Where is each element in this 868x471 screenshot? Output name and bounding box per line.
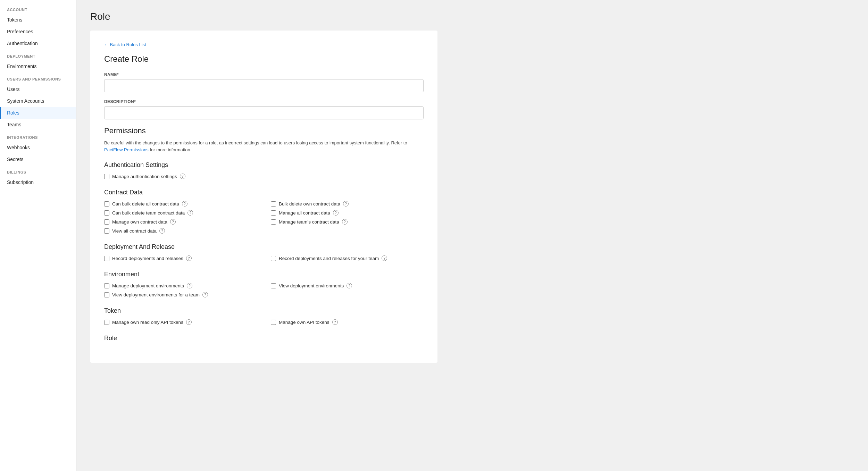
description-label: DESCRIPTION* xyxy=(104,99,424,104)
help-icon-view-deploy-envs[interactable]: ? xyxy=(347,283,352,288)
sidebar-section-account: ACCOUNT xyxy=(0,3,76,14)
help-icon-manage-teams-contract[interactable]: ? xyxy=(342,219,348,225)
sidebar-item-users[interactable]: Users xyxy=(0,83,76,95)
perm-checkbox-manage-auth-settings[interactable] xyxy=(104,174,109,179)
section-title-role: Role xyxy=(104,335,424,342)
sidebar-item-webhooks[interactable]: Webhooks xyxy=(0,142,76,153)
section-contract-data: Contract Data Can bulk delete all contra… xyxy=(104,189,424,234)
perm-checkbox-view-all-contract[interactable] xyxy=(104,228,109,234)
sidebar-item-preferences[interactable]: Preferences xyxy=(0,26,76,37)
section-auth-settings: Authentication Settings Manage authentic… xyxy=(104,161,424,179)
back-to-roles-link[interactable]: ← Back to Roles List xyxy=(104,42,146,47)
perm-checkbox-manage-own-readonly-tokens[interactable] xyxy=(104,320,109,325)
help-icon-manage-deploy-envs[interactable]: ? xyxy=(187,283,192,288)
perm-item-manage-own-contract: Manage own contract data ? xyxy=(104,219,257,225)
sidebar-section-integrations: INTEGRATIONS xyxy=(0,131,76,142)
perm-item-bulk-delete-team: Can bulk delete team contract data ? xyxy=(104,210,257,216)
perm-item-bulk-delete-all: Can bulk delete all contract data ? xyxy=(104,201,257,207)
perm-checkbox-record-deployments[interactable] xyxy=(104,256,109,261)
perm-item-record-deployments-team: Record deployments and releases for your… xyxy=(271,255,424,261)
sidebar: ACCOUNTTokensPreferencesAuthenticationDE… xyxy=(0,0,76,471)
perm-item-manage-all-contract: Manage all contract data ? xyxy=(271,210,424,216)
name-label: NAME* xyxy=(104,72,424,77)
perm-item-manage-auth-settings: Manage authentication settings ? xyxy=(104,174,424,179)
sidebar-item-secrets[interactable]: Secrets xyxy=(0,153,76,165)
perm-checkbox-bulk-delete-team[interactable] xyxy=(104,210,109,216)
perm-label-record-deployments: Record deployments and releases xyxy=(112,256,183,261)
help-icon-bulk-delete-all[interactable]: ? xyxy=(182,201,187,207)
section-deployment-release: Deployment And Release Record deployment… xyxy=(104,243,424,261)
perm-checkbox-manage-teams-contract[interactable] xyxy=(271,219,276,225)
perm-label-view-deploy-envs: View deployment environments xyxy=(279,283,344,288)
perm-label-manage-own-tokens: Manage own API tokens xyxy=(279,320,329,325)
perm-label-bulk-delete-own: Bulk delete own contract data xyxy=(279,201,340,207)
description-input[interactable] xyxy=(104,106,424,119)
name-input[interactable] xyxy=(104,79,424,92)
help-icon-manage-own-tokens[interactable]: ? xyxy=(332,319,338,325)
perm-checkbox-manage-all-contract[interactable] xyxy=(271,210,276,216)
perm-item-manage-teams-contract: Manage team's contract data ? xyxy=(271,219,424,225)
section-title-token: Token xyxy=(104,307,424,314)
perm-label-view-all-contract: View all contract data xyxy=(112,228,157,234)
create-role-card: ← Back to Roles List Create Role NAME* D… xyxy=(90,31,437,363)
perm-item-manage-deploy-envs: Manage deployment environments ? xyxy=(104,283,257,288)
perm-item-manage-own-readonly-tokens: Manage own read only API tokens ? xyxy=(104,319,257,325)
name-field-group: NAME* xyxy=(104,72,424,99)
perm-checkbox-manage-own-contract[interactable] xyxy=(104,219,109,225)
perm-item-view-deploy-envs-team: View deployment environments for a team … xyxy=(104,292,257,297)
card-title: Create Role xyxy=(104,54,424,64)
help-icon-manage-own-readonly-tokens[interactable]: ? xyxy=(186,319,192,325)
perm-checkbox-manage-deploy-envs[interactable] xyxy=(104,283,109,288)
perm-item-bulk-delete-own: Bulk delete own contract data ? xyxy=(271,201,424,207)
perm-checkbox-bulk-delete-own[interactable] xyxy=(271,201,276,207)
help-icon-record-deployments[interactable]: ? xyxy=(186,255,192,261)
perm-checkbox-bulk-delete-all[interactable] xyxy=(104,201,109,207)
perm-label-bulk-delete-team: Can bulk delete team contract data xyxy=(112,210,185,216)
sidebar-item-subscription[interactable]: Subscription xyxy=(0,176,76,188)
help-icon-manage-auth-settings[interactable]: ? xyxy=(180,174,185,179)
sidebar-section-users-and-permissions: USERS AND PERMISSIONS xyxy=(0,72,76,83)
sidebar-item-roles[interactable]: Roles xyxy=(0,107,76,119)
help-icon-record-deployments-team[interactable]: ? xyxy=(382,255,387,261)
sidebar-section-billings: BILLINGS xyxy=(0,165,76,176)
sidebar-section-deployment: DEPLOYMENT xyxy=(0,49,76,60)
pactflow-permissions-link[interactable]: PactFlow Permissions xyxy=(104,147,149,152)
section-title-deployment-release: Deployment And Release xyxy=(104,243,424,251)
help-icon-manage-own-contract[interactable]: ? xyxy=(170,219,176,225)
page-title: Role xyxy=(90,11,854,22)
perm-checkbox-manage-own-tokens[interactable] xyxy=(271,320,276,325)
permissions-container: Authentication Settings Manage authentic… xyxy=(104,161,424,342)
section-token: Token Manage own read only API tokens ? … xyxy=(104,307,424,325)
perm-label-manage-own-readonly-tokens: Manage own read only API tokens xyxy=(112,320,183,325)
perm-label-manage-auth-settings: Manage authentication settings xyxy=(112,174,177,179)
perm-checkbox-view-deploy-envs[interactable] xyxy=(271,283,276,288)
perm-label-record-deployments-team: Record deployments and releases for your… xyxy=(279,256,379,261)
permissions-warning: Be careful with the changes to the permi… xyxy=(104,140,424,153)
section-environment: Environment Manage deployment environmen… xyxy=(104,271,424,297)
sidebar-item-authentication[interactable]: Authentication xyxy=(0,37,76,49)
perm-item-view-all-contract: View all contract data ? xyxy=(104,228,257,234)
perm-checkbox-record-deployments-team[interactable] xyxy=(271,256,276,261)
help-icon-bulk-delete-own[interactable]: ? xyxy=(343,201,349,207)
perm-label-manage-all-contract: Manage all contract data xyxy=(279,210,330,216)
perm-label-manage-teams-contract: Manage team's contract data xyxy=(279,219,339,225)
perm-label-manage-own-contract: Manage own contract data xyxy=(112,219,167,225)
section-title-contract-data: Contract Data xyxy=(104,189,424,196)
permissions-title: Permissions xyxy=(104,126,424,135)
sidebar-item-system-accounts[interactable]: System Accounts xyxy=(0,95,76,107)
sidebar-item-teams[interactable]: Teams xyxy=(0,119,76,131)
perm-item-view-deploy-envs: View deployment environments ? xyxy=(271,283,424,288)
sidebar-item-tokens[interactable]: Tokens xyxy=(0,14,76,26)
perm-label-bulk-delete-all: Can bulk delete all contract data xyxy=(112,201,179,207)
sidebar-item-environments[interactable]: Environments xyxy=(0,60,76,72)
perm-item-manage-own-tokens: Manage own API tokens ? xyxy=(271,319,424,325)
perm-checkbox-view-deploy-envs-team[interactable] xyxy=(104,292,109,297)
section-role: Role xyxy=(104,335,424,342)
section-title-environment: Environment xyxy=(104,271,424,278)
perm-label-manage-deploy-envs: Manage deployment environments xyxy=(112,283,184,288)
help-icon-view-all-contract[interactable]: ? xyxy=(159,228,165,234)
help-icon-manage-all-contract[interactable]: ? xyxy=(333,210,339,216)
help-icon-bulk-delete-team[interactable]: ? xyxy=(187,210,193,216)
section-title-auth-settings: Authentication Settings xyxy=(104,161,424,169)
help-icon-view-deploy-envs-team[interactable]: ? xyxy=(202,292,208,297)
